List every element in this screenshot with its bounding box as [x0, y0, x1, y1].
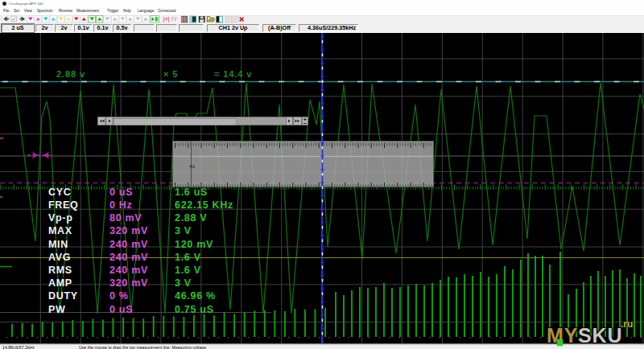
svg-text:|×|: |×|	[163, 16, 170, 23]
svg-text:f t: f t	[171, 16, 177, 22]
